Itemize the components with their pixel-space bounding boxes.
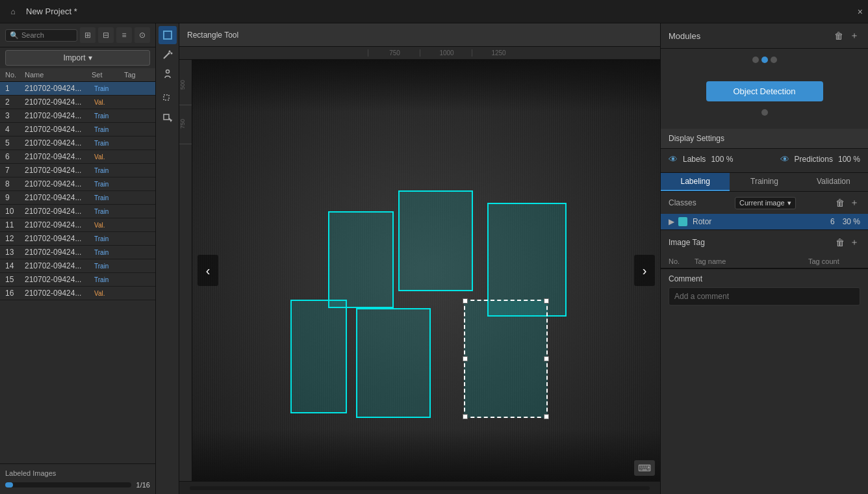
tag-table-header: No. Tag name Tag count xyxy=(661,255,868,268)
modules-add-button[interactable]: ＋ xyxy=(849,29,860,43)
labeled-images-section: Labeled Images 1/16 xyxy=(0,463,155,494)
bbox-rotor-1[interactable] xyxy=(328,211,394,308)
image-tag-header: Image Tag 🗑 ＋ xyxy=(661,230,868,255)
window-title: New Project * xyxy=(26,6,858,16)
close-button[interactable]: × xyxy=(858,6,863,17)
handle-br[interactable] xyxy=(544,414,549,419)
list-icon[interactable]: ≡ xyxy=(116,27,132,43)
comment-input[interactable] xyxy=(669,287,860,306)
object-detection-button[interactable]: Object Detection xyxy=(706,81,823,101)
svg-line-1 xyxy=(164,53,169,58)
file-row[interactable]: 11 210702-09424... Val. xyxy=(0,218,155,232)
svg-rect-7 xyxy=(164,95,169,100)
next-image-button[interactable]: › xyxy=(634,255,655,286)
person-tool-button[interactable] xyxy=(159,65,177,83)
labeling-tabs: Labeling Training Validation xyxy=(661,173,868,192)
file-row[interactable]: 2 210702-09424... Val. xyxy=(0,96,155,109)
horizontal-scrollbar[interactable] xyxy=(190,486,650,490)
file-row[interactable]: 4 210702-09424... Train xyxy=(0,123,155,136)
bbox-rotor-6-selected[interactable] xyxy=(464,300,548,417)
ruler-mark-1000: 1000 xyxy=(420,49,472,57)
tag-add-button[interactable]: ＋ xyxy=(849,235,860,250)
file-row[interactable]: 5 210702-09424... Train xyxy=(0,136,155,150)
images-icon[interactable]: ⊞ xyxy=(80,27,96,43)
comment-section: Comment xyxy=(661,268,868,311)
modules-title: Modules xyxy=(669,31,700,41)
svg-point-6 xyxy=(166,70,169,73)
tab-validation[interactable]: Validation xyxy=(799,173,868,191)
file-row[interactable]: 13 210702-09424... Train xyxy=(0,246,155,259)
file-row[interactable]: 10 210702-09424... Train xyxy=(0,205,155,218)
progress-label: 1/16 xyxy=(136,481,150,489)
handle-tl[interactable] xyxy=(463,298,468,304)
slider-dot-1[interactable] xyxy=(752,57,759,63)
comment-title: Comment xyxy=(669,274,860,283)
classes-delete-button[interactable]: 🗑 xyxy=(834,196,846,210)
class-expand-icon[interactable]: ▶ xyxy=(669,217,674,226)
select-tool-button[interactable] xyxy=(159,90,177,108)
ruler-mark-1250: 1250 xyxy=(472,49,524,57)
tag-delete-button[interactable]: 🗑 xyxy=(834,235,846,250)
file-row[interactable]: 9 210702-09424... Train xyxy=(0,191,155,205)
file-row[interactable]: 15 210702-09424... Train xyxy=(0,273,155,287)
ruler-horizontal: 750 1000 1250 xyxy=(179,47,660,60)
search-label: Search xyxy=(21,31,44,39)
ruler-mark-750: 750 xyxy=(368,49,420,57)
labeled-title: Labeled Images xyxy=(5,469,150,477)
handle-bl[interactable] xyxy=(463,414,468,419)
class-row-rotor[interactable]: ▶ Rotor 6 30 % xyxy=(661,214,868,229)
file-row[interactable]: 1 210702-09424... Train xyxy=(0,82,155,96)
labels-eye-icon[interactable]: 👁 xyxy=(669,154,678,164)
modules-delete-button[interactable]: 🗑 xyxy=(833,29,845,43)
home-icon[interactable]: ⌂ xyxy=(5,4,21,20)
svg-point-4 xyxy=(170,53,172,55)
progress-bar-wrap xyxy=(5,482,131,488)
slider-dot-4[interactable] xyxy=(761,109,768,116)
search-input[interactable]: 🔍 Search xyxy=(5,29,77,42)
prev-image-button[interactable]: ‹ xyxy=(198,255,218,286)
magic-wand-tool-button[interactable] xyxy=(159,46,177,64)
classes-label: Classes xyxy=(669,198,696,207)
import-button[interactable]: Import ▾ xyxy=(5,50,150,66)
bbox-rotor-2[interactable] xyxy=(398,190,473,292)
file-row[interactable]: 12 210702-09424... Train xyxy=(0,232,155,246)
tab-training[interactable]: Training xyxy=(730,173,798,191)
transform-tool-button[interactable] xyxy=(159,109,177,127)
ruler-vertical: 500 750 xyxy=(179,60,192,481)
file-row[interactable]: 7 210702-09424... Train xyxy=(0,164,155,177)
image-tag-title: Image Tag xyxy=(669,238,705,247)
ruler-mark-750: 750 xyxy=(179,105,192,144)
handle-tr[interactable] xyxy=(544,298,549,304)
classes-header: Classes Current image ▾ 🗑 ＋ xyxy=(661,192,868,214)
predictions-label: Predictions xyxy=(795,155,833,164)
file-row[interactable]: 6 210702-09424... Val. xyxy=(0,150,155,164)
bbox-rotor-4[interactable] xyxy=(290,300,346,413)
file-row[interactable]: 16 210702-09424... Val. xyxy=(0,287,155,300)
tag-icon[interactable]: ⊙ xyxy=(134,27,150,43)
slider-dot-3[interactable] xyxy=(771,57,777,63)
ruler-mark-500: 500 xyxy=(179,66,192,105)
handle-ml[interactable] xyxy=(463,356,468,361)
svg-point-5 xyxy=(168,53,170,55)
handle-mr[interactable] xyxy=(544,356,549,361)
bbox-rotor-5[interactable] xyxy=(356,308,431,417)
classes-add-button[interactable]: ＋ xyxy=(849,196,860,210)
file-row[interactable]: 14 210702-09424... Train xyxy=(0,259,155,273)
rectangle-tool-button[interactable] xyxy=(159,26,177,44)
file-row[interactable]: 3 210702-09424... Train xyxy=(0,109,155,123)
predictions-eye-icon[interactable]: 👁 xyxy=(780,154,789,164)
class-color-swatch xyxy=(678,217,687,226)
canvas-bottom xyxy=(179,481,660,494)
tab-labeling[interactable]: Labeling xyxy=(661,173,730,191)
file-row[interactable]: 8 210702-09424... Train xyxy=(0,177,155,191)
tool-name-label: Rectangle Tool xyxy=(187,31,238,40)
slider-dot-2[interactable] xyxy=(761,57,768,63)
canvas-toolbar: Rectangle Tool xyxy=(179,23,660,47)
svg-marker-10 xyxy=(170,120,172,122)
svg-rect-8 xyxy=(164,114,169,120)
filter-icon[interactable]: ⊟ xyxy=(98,27,114,43)
class-pct: 30 % xyxy=(843,217,860,226)
current-image-dropdown[interactable]: Current image ▾ xyxy=(735,197,796,209)
keyboard-icon[interactable]: ⌨ xyxy=(634,460,655,476)
canvas-view[interactable]: ‹ › ⌨ xyxy=(192,60,660,481)
